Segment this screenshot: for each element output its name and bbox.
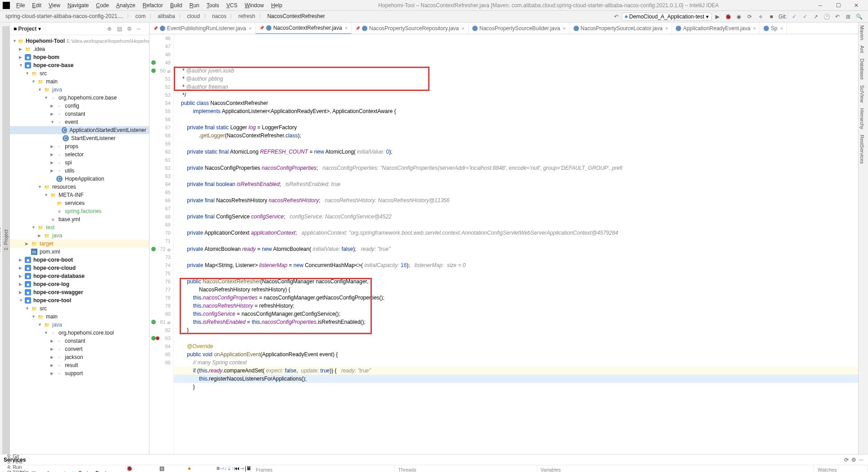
tree-node[interactable]: ▶▫jackson bbox=[10, 353, 149, 361]
menu-build[interactable]: Build bbox=[167, 2, 186, 9]
breadcrumb[interactable]: spring-cloud-starter-alibaba-nacos-confi… bbox=[4, 13, 125, 19]
tree-node[interactable]: 📁services bbox=[10, 199, 149, 207]
menu-code[interactable]: Code bbox=[92, 2, 113, 9]
database-tool-tab[interactable]: Database bbox=[859, 56, 866, 82]
tree-node[interactable]: ▶▫support bbox=[10, 369, 149, 377]
tree-node[interactable]: ▼▫org.hopehomi.core.tool bbox=[10, 329, 149, 337]
console-tab[interactable]: ▤ Console bbox=[159, 465, 182, 472]
menu-help[interactable]: Help bbox=[267, 2, 286, 9]
git-history-icon[interactable]: 🕐 bbox=[823, 13, 831, 21]
tree-node[interactable]: ▶▫spi bbox=[10, 159, 149, 167]
coverage-button[interactable]: ◉ bbox=[735, 13, 743, 21]
git-push-icon[interactable]: ↗ bbox=[812, 13, 820, 21]
tree-node[interactable]: ▼📁test bbox=[10, 223, 149, 231]
close-button[interactable]: ✕ bbox=[847, 2, 865, 9]
editor-tab[interactable]: NacosPropertySourceRepository.java× bbox=[352, 23, 469, 34]
menu-tools[interactable]: Tools bbox=[203, 2, 223, 9]
tree-root[interactable]: ▼📁Hopehomi-ToolE:\idea-workspace\hopehom… bbox=[10, 37, 149, 45]
tree-node[interactable]: CStartEventListener bbox=[10, 134, 149, 142]
hierarchy-tool-tab[interactable]: Hierarchy bbox=[859, 105, 866, 132]
services-add-icon[interactable]: + bbox=[53, 470, 56, 472]
services-spring-boot[interactable]: Spring Boot bbox=[78, 470, 107, 472]
tree-node[interactable]: ▶▫constant bbox=[10, 110, 149, 118]
editor-body[interactable]: 4647484950 @5152535455565758596061626364… bbox=[149, 34, 858, 454]
tree-node[interactable]: CHopeApplication bbox=[10, 175, 149, 183]
tree-node[interactable]: ▼📁resources bbox=[10, 183, 149, 191]
tree-node[interactable]: ▼▫event bbox=[10, 118, 149, 126]
breadcrumb[interactable]: NacosContextRefresher bbox=[266, 13, 327, 19]
search-icon[interactable]: 🔍 bbox=[855, 13, 863, 21]
git-rollback-icon[interactable]: ↶ bbox=[833, 13, 841, 21]
tree-node[interactable]: ▶■hope-core-boot bbox=[10, 256, 149, 264]
menu-run[interactable]: Run bbox=[186, 2, 203, 9]
breadcrumb[interactable]: alibaba bbox=[156, 13, 177, 19]
tree-node[interactable]: ▼■hope-core-tool bbox=[10, 296, 149, 304]
tree-node[interactable]: ▶📁java bbox=[10, 231, 149, 240]
tree-node[interactable]: ▼📁src bbox=[10, 69, 149, 77]
debug-button[interactable]: 🐞 bbox=[724, 13, 732, 21]
structure-tool-tab[interactable]: 7: Structure bbox=[0, 26, 2, 454]
restservices-tool-tab[interactable]: RestServices bbox=[859, 132, 866, 167]
breadcrumb[interactable]: cloud bbox=[185, 13, 202, 19]
tree-node[interactable]: ≡base.yml bbox=[10, 215, 149, 223]
select-opened-icon[interactable]: ⊕ bbox=[107, 26, 114, 32]
run-config-selector[interactable]: DemoCloud_A_Application-test ▾ bbox=[622, 13, 712, 21]
tree-node[interactable]: ▶■hope-core-log bbox=[10, 280, 149, 288]
tree-node[interactable]: ▶▫constant bbox=[10, 337, 149, 345]
editor-tab[interactable]: EventPublishingRunListener.java× bbox=[149, 23, 256, 34]
tree-node[interactable]: ▼📁java bbox=[10, 321, 149, 329]
ide-structure-icon[interactable]: ⊞ bbox=[844, 13, 852, 21]
ant-tool-tab[interactable]: Ant bbox=[859, 43, 866, 56]
tree-node[interactable]: ▼📁src bbox=[10, 304, 149, 313]
stop-button[interactable]: ■ bbox=[767, 13, 775, 21]
tree-node[interactable]: ▶▫config bbox=[10, 102, 149, 110]
force-step-icon[interactable]: ⇣ bbox=[227, 465, 231, 472]
tree-node[interactable]: ▼📁java bbox=[10, 86, 149, 94]
menu-analyze[interactable]: Analyze bbox=[113, 2, 139, 9]
tree-node[interactable]: ▼📁META-INF bbox=[10, 191, 149, 199]
sciview-tool-tab[interactable]: SciView bbox=[859, 82, 866, 105]
project-tool-tab[interactable]: 1: Project bbox=[2, 26, 9, 454]
tree-node[interactable]: mpom.xml bbox=[10, 248, 149, 256]
tool-tab-todo[interactable]: 6: TODO bbox=[3, 470, 46, 472]
tree-node[interactable]: ▶▫utils bbox=[10, 167, 149, 175]
tool-tab-run[interactable]: 4: Run bbox=[3, 464, 46, 470]
services-gear-icon[interactable]: ⟳ bbox=[844, 457, 849, 463]
editor-tab[interactable]: ApplicationReadyEvent.java× bbox=[672, 23, 760, 34]
tree-node[interactable]: ▶■hope-core-cloud bbox=[10, 264, 149, 272]
more-icon[interactable]: ≡ bbox=[217, 465, 220, 472]
endpoints-tab[interactable]: ● Endpoints bbox=[188, 465, 213, 472]
drop-frame-icon[interactable]: ⏮ bbox=[234, 465, 240, 472]
tree-node[interactable]: ▶▫selector bbox=[10, 150, 149, 159]
menu-vcs[interactable]: VCS bbox=[223, 2, 241, 9]
tree-node[interactable]: CApplicationStartedEventListener bbox=[10, 126, 149, 134]
menu-edit[interactable]: Edit bbox=[28, 2, 45, 9]
tree-node[interactable]: ▶▫result bbox=[10, 361, 149, 369]
code-content[interactable]: * @author juven.xuxb * @author pbting * … bbox=[174, 34, 858, 454]
tree-node[interactable]: ▶📁target bbox=[10, 240, 149, 248]
maximize-button[interactable]: ☐ bbox=[829, 2, 847, 9]
editor-tab[interactable]: NacosPropertySourceLocator.java× bbox=[570, 23, 673, 34]
services-collapse-icon[interactable]: ⌃ bbox=[46, 470, 50, 472]
attach-button[interactable]: ⎆ bbox=[756, 13, 764, 21]
tree-node[interactable]: ▼▫org.hopehomi.core.base bbox=[10, 94, 149, 102]
breadcrumb[interactable]: nacos bbox=[210, 13, 228, 19]
breadcrumb[interactable]: com bbox=[134, 13, 148, 19]
profile-button[interactable]: ⟳ bbox=[746, 13, 754, 21]
tree-node[interactable]: ▶▫convert bbox=[10, 345, 149, 353]
editor-tab[interactable]: NacosContextRefresher.java× bbox=[256, 23, 352, 34]
tree-node[interactable]: ▶■hope-core-database bbox=[10, 272, 149, 280]
menu-view[interactable]: View bbox=[45, 2, 64, 9]
tree-node[interactable]: ≡spring.factories bbox=[10, 207, 149, 215]
run-button[interactable]: ▶ bbox=[713, 13, 721, 21]
back-icon[interactable]: ↶ bbox=[612, 13, 620, 21]
tree-node[interactable]: ▶▫props bbox=[10, 142, 149, 150]
services-hide-icon[interactable]: ─ bbox=[859, 457, 863, 463]
tree-node[interactable]: ▼📁main bbox=[10, 77, 149, 86]
menu-file[interactable]: File bbox=[13, 2, 28, 9]
services-settings-icon[interactable]: ⚙ bbox=[851, 457, 856, 463]
hide-panel-icon[interactable]: ─ bbox=[137, 26, 144, 32]
menu-window[interactable]: Window bbox=[241, 2, 267, 9]
tree-node[interactable]: ▼■hope-core-base bbox=[10, 61, 149, 69]
breadcrumb[interactable]: refresh bbox=[237, 13, 257, 19]
